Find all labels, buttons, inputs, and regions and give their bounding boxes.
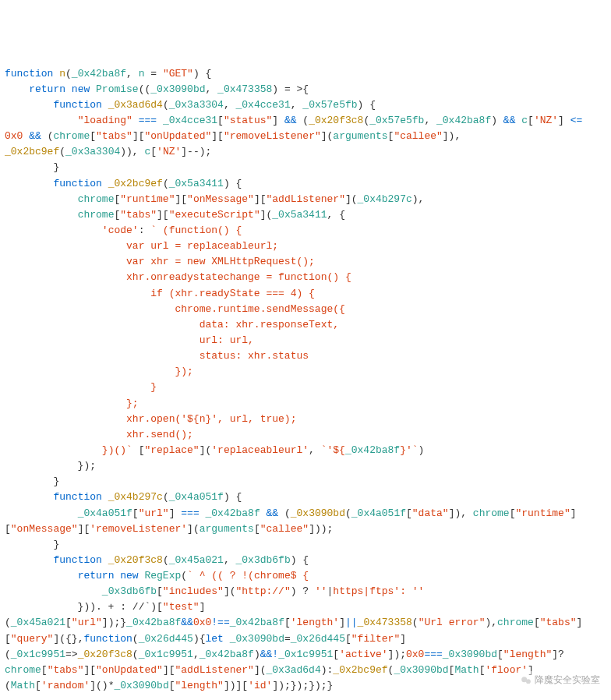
code-token-brk: ]? (552, 649, 564, 660)
code-token-str: "replace" (144, 444, 199, 456)
code-token-brk: ]);} (102, 617, 126, 628)
code-token-brk: ( (412, 617, 419, 628)
code-token-obf: _0x4cce31 (236, 99, 291, 111)
code-token-obf: _0x4a051f (78, 507, 132, 519)
code-token-str: "onMessage" (187, 193, 254, 205)
code-token-str: var url = replaceableurl; (126, 240, 278, 252)
code-token-brk: = (145, 68, 163, 80)
code-token-str: "data" (412, 507, 449, 519)
code-token-obf: _0x473358 (217, 83, 272, 95)
code-token-brk: ) { (224, 178, 242, 189)
code-token-op: === (181, 507, 199, 519)
code-token-obf: _0x4b297c (358, 193, 412, 205)
code-token-brk: ( (132, 649, 139, 660)
code-token-str: "length" (503, 649, 552, 660)
code-token-pln (5, 115, 78, 126)
code-token-brk: ) { (193, 68, 211, 80)
code-token-brk: }); (5, 460, 96, 472)
code-token-brk: , (224, 99, 236, 111)
code-token-call: _0x2bc9ef (333, 664, 387, 676)
code-token-pln (5, 256, 126, 267)
code-token-str: }'` (400, 444, 418, 456)
code-token-str: 'removeListener' (90, 523, 187, 535)
code-token-str: "tabs" (120, 209, 157, 221)
code-token-brk: ) { (224, 491, 242, 503)
code-token-str: "onMessage" (11, 523, 78, 535)
code-token-brk: , (224, 554, 236, 566)
code-token-pln (5, 570, 78, 582)
code-token-kw: return (29, 83, 65, 95)
code-token-brk: [ (35, 680, 41, 691)
code-token-str: "addListener" (267, 193, 345, 205)
code-token-id: chrome (473, 507, 510, 519)
watermark: 降魔安全实验室 (517, 671, 603, 689)
code-token-str: "url" (139, 507, 169, 519)
code-token-str: status: xhr.status (200, 350, 309, 362)
code-token-pln (102, 99, 108, 111)
code-token-str: "tabs" (96, 130, 132, 142)
code-token-op: && (503, 115, 516, 126)
code-token-pln (5, 224, 102, 236)
code-token-obf: _0x3a3304 (65, 146, 120, 157)
code-token-brk: ( (163, 491, 169, 503)
code-token-pln (5, 83, 29, 95)
code-token-str: 'random' (41, 680, 90, 691)
code-token-op: && (29, 130, 41, 142)
code-token-brk: [ (333, 649, 339, 660)
code-token-brk: ]( (224, 585, 236, 597)
code-token-obf: _0x42ba8f (72, 68, 126, 80)
code-token-str: "status" (224, 115, 272, 126)
code-token-brk: )), (120, 146, 144, 157)
code-token-brk: [ (150, 146, 157, 157)
code-token-call: _0x20f3c8 (309, 115, 363, 126)
code-token-str: "test" (163, 601, 200, 613)
code-token-brk: [ (132, 507, 139, 519)
code-token-brk: ]);});});} (272, 680, 333, 691)
code-token-id: chrome (78, 209, 115, 221)
code-token-brk: ( (65, 68, 72, 80)
code-token-str: "runtime" (515, 507, 570, 519)
code-token-brk: ( (59, 146, 65, 157)
code-token-pln (65, 83, 72, 95)
code-token-brk: } (5, 539, 59, 550)
code-token-num: 0x0 (406, 649, 424, 660)
code-token-id: chrome (78, 193, 115, 205)
code-token-brk: [ (5, 633, 11, 645)
code-token-str: '' (315, 585, 327, 597)
code-token-obf: _0x3db6fb (236, 554, 291, 566)
code-token-brk: ] (272, 115, 284, 126)
code-token-brk: ][ (83, 664, 96, 676)
code-token-op: || (345, 617, 358, 628)
code-token-str: ` (function() { (150, 224, 242, 236)
code-token-brk: ]( (187, 523, 200, 535)
code-token-brk: ( (181, 570, 187, 582)
code-token-str: 'NZ' (157, 146, 181, 157)
code-token-str: "callee" (260, 523, 309, 535)
code-token-id: n (139, 68, 145, 80)
code-token-brk: ( (5, 649, 11, 660)
svg-point-1 (526, 679, 531, 684)
code-token-brk: ( (345, 507, 351, 519)
code-token-obf: _0x1c9951 (139, 649, 193, 660)
code-token-pln: ( (41, 130, 54, 142)
code-token-obf: _0x3090bd (150, 83, 205, 95)
code-token-brk: , (126, 68, 139, 80)
code-token-brk: = (284, 633, 291, 645)
code-token-str: })()` (102, 444, 132, 456)
code-token-obf: _0x4a051f (169, 491, 224, 503)
code-token-brk: [ (534, 617, 540, 628)
code-token-str: }; (126, 398, 139, 409)
code-token-op: && (181, 617, 193, 628)
code-token-brk: ]( (260, 209, 273, 221)
code-token-brk: ( (278, 507, 291, 519)
code-token-call: n (59, 68, 65, 80)
code-token-kw: return (78, 570, 115, 582)
code-token-str: url: url, (200, 334, 254, 346)
code-token-obf: _0x42ba8f (436, 115, 491, 126)
code-token-op: !== (211, 617, 229, 628)
code-token-id: Promise (96, 83, 139, 95)
code-token-call: _0x473358 (358, 617, 412, 628)
code-token-str: } (150, 381, 157, 393)
code-token-brk: ] (339, 617, 345, 628)
code-token-pln (5, 507, 78, 519)
